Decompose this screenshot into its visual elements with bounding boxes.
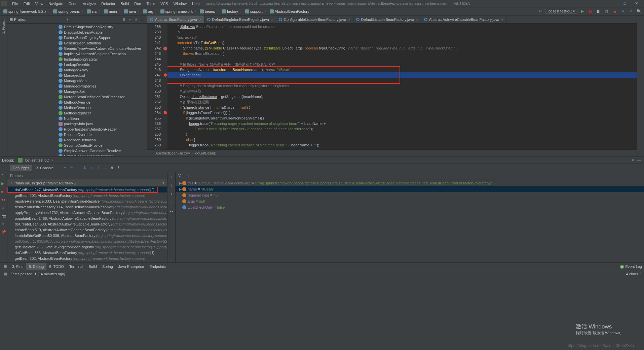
menu-window[interactable]: Window (171, 2, 189, 6)
select-opened-icon[interactable]: ⊕ (121, 16, 127, 23)
stack-frame[interactable]: createBean:519, AbstractAutowireCapableB… (7, 227, 167, 233)
code-line[interactable]: String name, @Nullable Class<T> required… (167, 45, 637, 51)
tree-item[interactable]: FactoryBeanRegistrySupport (7, 35, 147, 40)
tree-item[interactable]: InstantiationStrategy (7, 57, 147, 62)
tool-window-icon[interactable]: ▦ (2, 264, 8, 270)
event-log-button[interactable]: 2 Event Log (620, 265, 642, 269)
resume-icon[interactable]: ▶ (1, 181, 6, 186)
breakpoints-icon[interactable]: ●● (1, 198, 6, 202)
hide-icon[interactable]: — (139, 16, 145, 23)
nav-up-icon[interactable]: ↑ (168, 173, 175, 179)
tree-item[interactable]: GenericBeanDefinition (7, 40, 147, 46)
thread-dump-icon[interactable]: 📷 (1, 214, 6, 218)
stack-frame[interactable]: populateBean:1466, AbstractAutowireCapab… (7, 215, 167, 221)
close-icon[interactable]: × (348, 18, 350, 22)
debugger-tab[interactable]: Debugger (10, 165, 32, 171)
tree-item[interactable]: DefaultSingletonBeanRegistry (7, 24, 147, 30)
nav-down-icon[interactable]: ↓ (168, 182, 175, 188)
code-line[interactable]: String beanName = transformedBeanName(na… (167, 67, 637, 72)
variable-row[interactable]: ▶name = "itBean" (176, 186, 644, 192)
stack-frame[interactable]: getObject:-1, 835146383 (org.springframe… (7, 238, 167, 244)
tree-item[interactable]: PropertiesBeanDefinitionReader (7, 127, 147, 132)
editor-tab[interactable]: DefaultSingletonBeanRegistry.java× (204, 15, 276, 23)
stop-icon[interactable]: ■ (612, 8, 618, 14)
tree-item[interactable]: ManagedList (7, 73, 147, 78)
evaluate-icon[interactable]: 🖩 (109, 165, 115, 171)
breadcrumb-item[interactable]: org (142, 9, 155, 13)
tree-item[interactable]: DisposableBeanAdapter (7, 30, 147, 35)
minimize-button[interactable]: — (610, 1, 617, 6)
code-line[interactable]: } (167, 132, 637, 137)
code-line[interactable]: protected <T> T doGetBean( (167, 40, 637, 45)
code-line[interactable] (167, 56, 637, 62)
tree-item[interactable]: ReplaceOverride (7, 132, 147, 137)
status-tab[interactable]: Spring (100, 263, 116, 270)
breadcrumb-item[interactable]: main (103, 9, 118, 13)
close-icon[interactable]: × (271, 18, 273, 22)
status-tab[interactable]: Build (86, 263, 99, 270)
run-icon[interactable]: ▶ (579, 8, 585, 14)
thread-selector[interactable]: ✓ "main"@1 in group "main": RUNNING ▾ (7, 179, 167, 187)
code-line[interactable]: } (167, 148, 637, 149)
breadcrumb-item[interactable]: spring-beans (52, 9, 81, 13)
stack-frame[interactable]: doGetBean:333, AbstractBeanFactory (org.… (7, 250, 167, 255)
profile-icon[interactable]: ◔ (604, 8, 610, 14)
debug-icon[interactable]: 🐞 (588, 8, 594, 14)
close-icon[interactable]: × (416, 18, 418, 22)
tree-item[interactable]: ManagedMap (7, 78, 147, 83)
debug-settings-icon[interactable]: ⛭ (630, 157, 636, 163)
step-over-icon[interactable]: ↷ (69, 165, 75, 171)
watches-icon[interactable]: 👓 (168, 208, 175, 214)
menu-analyze[interactable]: Analyze (80, 2, 99, 6)
close-button[interactable]: ✕ (633, 1, 640, 6)
status-tab[interactable]: Java Enterprise (116, 263, 147, 270)
code-line[interactable]: * @throws BeansException if the bean cou… (167, 24, 637, 29)
tree-item[interactable]: LookupOverride (7, 62, 147, 67)
menu-help[interactable]: Help (189, 2, 202, 6)
vcs-commit-icon[interactable]: ✓ (628, 8, 634, 14)
breadcrumb-item[interactable]: springframework (159, 9, 194, 13)
breadcrumb-item[interactable]: factory (221, 9, 239, 13)
variable-row[interactable]: args = null (176, 198, 644, 204)
close-icon[interactable]: × (501, 18, 503, 22)
code-line[interactable]: if (sharedInstance != null && args == nu… (167, 105, 637, 110)
status-tab[interactable]: Endpoints (147, 263, 168, 270)
code-line[interactable]: Object bean; (167, 72, 637, 78)
status-tab[interactable]: Terminal (67, 263, 86, 270)
tree-item[interactable]: MethodOverrides (7, 105, 147, 110)
breadcrumb-item[interactable]: spring-framework-5.2.x (2, 9, 47, 13)
code-line[interactable]: /unchecked/ (167, 35, 637, 40)
code-line[interactable]: // 从池中获取 (167, 89, 637, 94)
code-line[interactable]: else { (167, 137, 637, 142)
step-out-icon[interactable]: ↑ (89, 165, 95, 171)
tree-item[interactable]: MergedBeanDefinitionPostProcessor (7, 94, 147, 100)
menu-code[interactable]: Code (66, 2, 80, 6)
run-config-selector[interactable]: IocTest.testIoC ▾ (545, 9, 577, 14)
code-line[interactable]: if (logger.isTraceEnabled()) { (167, 110, 637, 115)
back-icon[interactable]: ↩ (537, 8, 543, 14)
editor-tab[interactable]: ConfigurableListableBeanFactory.java× (276, 15, 353, 23)
tree-item[interactable]: RootBeanDefinition (7, 137, 147, 143)
stack-frame[interactable]: preInstantiateSingletons:902, DefaultLis… (7, 261, 167, 262)
breadcrumb-item[interactable]: beans (198, 9, 216, 13)
tree-item[interactable]: MethodOverride (7, 100, 147, 105)
stack-frame[interactable]: doCreateBean:600, AbstractAutowireCapabl… (7, 221, 167, 227)
status-tab[interactable]: 3: Find (9, 263, 26, 270)
rerun-icon[interactable]: ↻ (1, 173, 6, 178)
menu-vcs[interactable]: VCS (158, 2, 171, 6)
expand-icon[interactable]: ≑ (127, 16, 133, 23)
menu-navigate[interactable]: Navigate (46, 2, 66, 6)
code-line[interactable]: // Eagerly check singleton cache for man… (167, 83, 637, 89)
menu-tools[interactable]: Tools (144, 2, 158, 6)
code-line[interactable] (167, 78, 637, 83)
debug-hide-icon[interactable]: — (636, 157, 642, 163)
close-icon[interactable]: × (199, 18, 201, 22)
variable-row[interactable]: typeCheckOnly = false (176, 204, 644, 210)
menu-edit[interactable]: Edit (21, 2, 33, 6)
settings-icon[interactable]: ⛭ (1, 222, 6, 226)
editor-tab[interactable]: AbstractBeanFactory.java× (147, 15, 204, 23)
stack-frame[interactable]: getBean:202, AbstractBeanFactory (org.sp… (7, 255, 167, 261)
variable-row[interactable]: ▶this = {DefaultListableBeanFactory@2747… (176, 180, 644, 186)
menu-file[interactable]: File (9, 2, 21, 6)
tree-item[interactable]: SimpleAutowireCandidateResolver (7, 148, 147, 153)
